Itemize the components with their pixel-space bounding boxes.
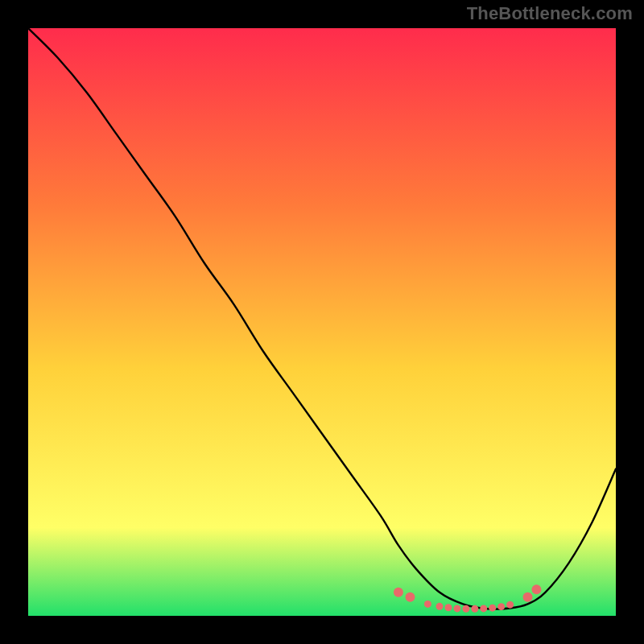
highlight-dot (394, 588, 403, 597)
highlight-dot (531, 584, 541, 594)
highlight-dot (462, 605, 469, 613)
chart-frame: TheBottleneck.com (0, 0, 644, 644)
chart-svg (28, 28, 616, 616)
highlight-dot (506, 601, 514, 609)
highlight-dot (480, 605, 487, 612)
plot-area (28, 28, 616, 616)
highlight-dot (497, 603, 505, 610)
highlight-dot (424, 601, 431, 608)
highlight-dot (453, 605, 460, 612)
gradient-background (28, 28, 616, 616)
highlight-dot (471, 605, 478, 613)
highlight-dot (523, 592, 533, 602)
highlight-dot (489, 605, 496, 612)
highlight-dot (444, 604, 452, 611)
watermark-text: TheBottleneck.com (467, 3, 633, 24)
highlight-dot (436, 603, 444, 610)
highlight-dot (406, 592, 415, 602)
